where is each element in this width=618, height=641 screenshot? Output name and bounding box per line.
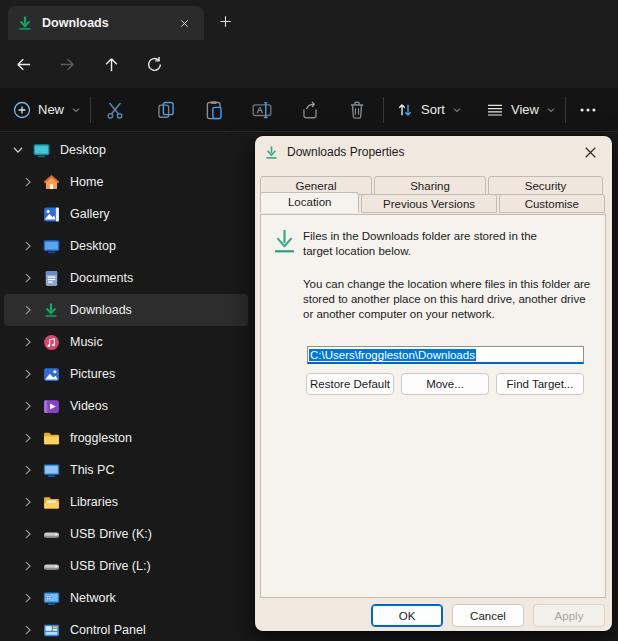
documents-icon <box>40 270 62 287</box>
toolbar-divider <box>383 97 384 123</box>
delete-button[interactable] <box>345 98 369 122</box>
new-button[interactable]: New <box>8 88 86 131</box>
sidebar-item-label: froggleston <box>70 431 132 445</box>
tree-chevron-down-icon[interactable] <box>6 143 30 157</box>
sidebar-item-gallery[interactable]: Gallery <box>4 198 248 230</box>
tree-chevron-right-icon[interactable] <box>16 335 40 349</box>
back-button[interactable] <box>8 49 38 79</box>
gallery-icon <box>40 206 62 223</box>
sidebar-item-music[interactable]: Music <box>4 326 248 358</box>
tree-chevron-right-icon[interactable] <box>16 527 40 541</box>
tab-title: Downloads <box>42 16 164 30</box>
navigation-pane: DesktopHomeGalleryDesktopDocumentsDownlo… <box>0 134 252 641</box>
tree-chevron-right-icon[interactable] <box>16 367 40 381</box>
tree-chevron-right-icon[interactable] <box>16 239 40 253</box>
sidebar-item-videos[interactable]: Videos <box>4 390 248 422</box>
tree-chevron-right-icon[interactable] <box>16 559 40 573</box>
apply-button: Apply <box>533 604 605 627</box>
tree-chevron-right-icon[interactable] <box>16 431 40 445</box>
up-button[interactable] <box>96 49 126 79</box>
tree-chevron-right-icon[interactable] <box>16 303 40 317</box>
sidebar-item-label: Control Panel <box>70 623 146 637</box>
sidebar-item-label: Desktop <box>70 239 116 253</box>
usb-drive-icon <box>40 558 62 575</box>
sidebar-item-label: Gallery <box>70 207 110 221</box>
dialog-title-bar: Downloads Properties <box>255 136 612 168</box>
sort-button[interactable]: Sort <box>391 88 467 131</box>
dialog-tab-previous-versions[interactable]: Previous Versions <box>361 194 496 213</box>
this-pc-icon <box>40 462 62 479</box>
toolbar-divider <box>565 97 566 123</box>
chevron-down-icon <box>545 104 557 116</box>
sidebar-item-desktop[interactable]: Desktop <box>4 134 248 166</box>
explorer-tab-downloads[interactable]: Downloads <box>8 6 204 40</box>
find-target-button[interactable]: Find Target... <box>496 373 584 395</box>
dialog-tab-location[interactable]: Location <box>260 192 359 213</box>
tree-chevron-right-icon[interactable] <box>16 271 40 285</box>
sidebar-item-usb-drive-k[interactable]: USB Drive (K:) <box>4 518 248 550</box>
copy-button[interactable] <box>154 98 178 122</box>
dialog-tab-sharing[interactable]: Sharing <box>374 176 486 195</box>
tree-chevron-right-icon[interactable] <box>16 463 40 477</box>
sidebar-item-libraries[interactable]: Libraries <box>4 486 248 518</box>
sidebar-item-label: Home <box>70 175 103 189</box>
share-button[interactable] <box>298 98 322 122</box>
cut-button[interactable] <box>103 98 127 122</box>
sidebar-item-label: Videos <box>70 399 108 413</box>
svg-text:A: A <box>257 105 263 115</box>
ok-button[interactable]: OK <box>371 604 443 627</box>
dialog-tab-customise[interactable]: Customise <box>499 194 605 213</box>
restore-default-button[interactable]: Restore Default <box>306 373 394 395</box>
view-button-label: View <box>511 102 539 117</box>
new-button-label: New <box>38 102 64 117</box>
sidebar-item-label: Downloads <box>70 303 132 317</box>
folder-yellow-icon <box>40 430 62 447</box>
sidebar-item-label: Music <box>70 335 103 349</box>
tree-chevron-right-icon[interactable] <box>16 495 40 509</box>
control-panel-icon <box>40 622 62 639</box>
forward-button[interactable] <box>52 49 82 79</box>
move-button[interactable]: Move... <box>401 373 489 395</box>
paste-button[interactable] <box>202 98 226 122</box>
sidebar-item-desktop[interactable]: Desktop <box>4 230 248 262</box>
sidebar-item-usb-drive-l[interactable]: USB Drive (L:) <box>4 550 248 582</box>
desktop-blue-icon <box>40 238 62 255</box>
sidebar-item-label: Desktop <box>60 143 106 157</box>
cancel-button[interactable]: Cancel <box>452 604 524 627</box>
sidebar-item-label: USB Drive (L:) <box>70 559 151 573</box>
rename-button[interactable]: A <box>250 98 274 122</box>
see-more-button[interactable] <box>576 98 600 122</box>
intro-text: Files in the Downloads folder are stored… <box>303 229 561 259</box>
dialog-tab-security[interactable]: Security <box>488 176 603 195</box>
explorer-tab-bar: Downloads <box>0 0 618 40</box>
sidebar-item-label: Documents <box>70 271 133 285</box>
sidebar-item-label: USB Drive (K:) <box>70 527 152 541</box>
pictures-icon <box>40 366 62 383</box>
tree-chevron-right-icon[interactable] <box>16 175 40 189</box>
desktop-teal-icon <box>30 142 52 159</box>
sidebar-item-this-pc[interactable]: This PC <box>4 454 248 486</box>
sidebar-item-network[interactable]: Network <box>4 582 248 614</box>
dialog-close-icon[interactable] <box>577 140 603 164</box>
sidebar-item-control-panel[interactable]: Control Panel <box>4 614 248 641</box>
sidebar-item-documents[interactable]: Documents <box>4 262 248 294</box>
sidebar-item-downloads[interactable]: Downloads <box>4 294 248 326</box>
refresh-button[interactable] <box>139 49 169 79</box>
tree-chevron-right-icon[interactable] <box>16 399 40 413</box>
view-button[interactable]: View <box>481 88 561 131</box>
network-icon <box>40 590 62 607</box>
sidebar-item-home[interactable]: Home <box>4 166 248 198</box>
new-tab-button[interactable] <box>212 9 238 33</box>
downloads-tab-icon <box>17 15 33 31</box>
tree-chevron-right-icon[interactable] <box>16 591 40 605</box>
navigation-bar: Downloads <box>0 40 618 88</box>
sidebar-item-froggleston[interactable]: froggleston <box>4 422 248 454</box>
sidebar-item-pictures[interactable]: Pictures <box>4 358 248 390</box>
location-tab-page: Files in the Downloads folder are stored… <box>260 214 606 598</box>
dialog-title: Downloads Properties <box>287 145 569 159</box>
sort-arrows-icon <box>395 100 415 120</box>
location-path-input[interactable]: C:\Users\froggleston\Downloads <box>307 346 584 364</box>
tree-chevron-right-icon[interactable] <box>16 623 40 637</box>
tab-close-icon[interactable] <box>173 12 195 34</box>
usb-drive-icon <box>40 526 62 543</box>
